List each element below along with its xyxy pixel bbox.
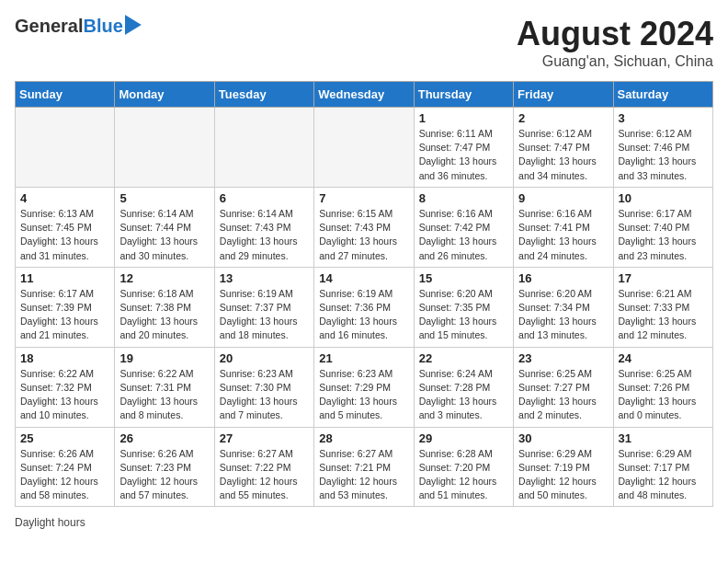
calendar-day-cell: 23Sunrise: 6:25 AM Sunset: 7:27 PM Dayli… — [514, 347, 613, 427]
day-number: 4 — [20, 191, 109, 205]
day-info: Sunrise: 6:23 AM Sunset: 7:29 PM Dayligh… — [319, 367, 408, 423]
day-number: 8 — [419, 191, 508, 205]
day-info: Sunrise: 6:19 AM Sunset: 7:37 PM Dayligh… — [220, 287, 309, 343]
calendar-day-cell: 1Sunrise: 6:11 AM Sunset: 7:47 PM Daylig… — [414, 108, 513, 188]
day-number: 5 — [119, 191, 209, 205]
day-info: Sunrise: 6:22 AM Sunset: 7:32 PM Dayligh… — [20, 367, 109, 423]
calendar-day-cell — [314, 108, 414, 188]
calendar-header-cell: Friday — [514, 82, 613, 108]
day-info: Sunrise: 6:16 AM Sunset: 7:41 PM Dayligh… — [518, 207, 608, 263]
day-number: 1 — [419, 111, 508, 125]
calendar-day-cell: 27Sunrise: 6:27 AM Sunset: 7:22 PM Dayli… — [214, 427, 313, 507]
calendar-day-cell: 11Sunrise: 6:17 AM Sunset: 7:39 PM Dayli… — [16, 267, 115, 347]
calendar-day-cell: 16Sunrise: 6:20 AM Sunset: 7:34 PM Dayli… — [514, 267, 613, 347]
day-number: 29 — [419, 431, 508, 445]
calendar-week-row: 1Sunrise: 6:11 AM Sunset: 7:47 PM Daylig… — [16, 108, 713, 188]
calendar-day-cell: 26Sunrise: 6:26 AM Sunset: 7:23 PM Dayli… — [115, 427, 214, 507]
calendar-header-cell: Thursday — [414, 82, 513, 108]
calendar-day-cell: 10Sunrise: 6:17 AM Sunset: 7:40 PM Dayli… — [613, 187, 712, 267]
day-number: 31 — [619, 431, 708, 445]
footer-text: Daylight hours — [15, 516, 85, 529]
day-number: 23 — [518, 351, 608, 365]
day-info: Sunrise: 6:28 AM Sunset: 7:20 PM Dayligh… — [419, 447, 508, 503]
day-number: 9 — [518, 191, 608, 205]
calendar-week-row: 11Sunrise: 6:17 AM Sunset: 7:39 PM Dayli… — [16, 267, 713, 347]
day-info: Sunrise: 6:27 AM Sunset: 7:22 PM Dayligh… — [220, 447, 309, 503]
day-info: Sunrise: 6:18 AM Sunset: 7:38 PM Dayligh… — [119, 287, 209, 343]
day-number: 14 — [319, 271, 408, 285]
day-info: Sunrise: 6:12 AM Sunset: 7:46 PM Dayligh… — [619, 127, 708, 183]
day-number: 21 — [319, 351, 408, 365]
day-info: Sunrise: 6:24 AM Sunset: 7:28 PM Dayligh… — [419, 367, 508, 423]
calendar-day-cell: 2Sunrise: 6:12 AM Sunset: 7:47 PM Daylig… — [514, 108, 613, 188]
calendar-day-cell: 29Sunrise: 6:28 AM Sunset: 7:20 PM Dayli… — [414, 427, 513, 507]
calendar-day-cell: 22Sunrise: 6:24 AM Sunset: 7:28 PM Dayli… — [414, 347, 513, 427]
day-number: 26 — [119, 431, 209, 445]
day-info: Sunrise: 6:25 AM Sunset: 7:26 PM Dayligh… — [619, 367, 708, 423]
day-info: Sunrise: 6:17 AM Sunset: 7:40 PM Dayligh… — [619, 207, 708, 263]
calendar-header-cell: Sunday — [16, 82, 115, 108]
day-number: 25 — [20, 431, 109, 445]
calendar-day-cell: 31Sunrise: 6:29 AM Sunset: 7:17 PM Dayli… — [613, 427, 712, 507]
day-number: 13 — [220, 271, 309, 285]
day-info: Sunrise: 6:26 AM Sunset: 7:23 PM Dayligh… — [119, 447, 209, 503]
day-number: 16 — [518, 271, 608, 285]
title-block: August 2024 Guang'an, Sichuan, China — [517, 15, 713, 70]
calendar-body: 1Sunrise: 6:11 AM Sunset: 7:47 PM Daylig… — [16, 108, 713, 507]
day-info: Sunrise: 6:12 AM Sunset: 7:47 PM Dayligh… — [518, 127, 608, 183]
day-number: 6 — [220, 191, 309, 205]
day-info: Sunrise: 6:29 AM Sunset: 7:17 PM Dayligh… — [619, 447, 708, 503]
day-info: Sunrise: 6:26 AM Sunset: 7:24 PM Dayligh… — [20, 447, 109, 503]
day-info: Sunrise: 6:19 AM Sunset: 7:36 PM Dayligh… — [319, 287, 408, 343]
calendar-header-cell: Wednesday — [314, 82, 414, 108]
calendar-day-cell: 7Sunrise: 6:15 AM Sunset: 7:43 PM Daylig… — [314, 187, 414, 267]
calendar-day-cell: 17Sunrise: 6:21 AM Sunset: 7:33 PM Dayli… — [613, 267, 712, 347]
calendar-day-cell: 21Sunrise: 6:23 AM Sunset: 7:29 PM Dayli… — [314, 347, 414, 427]
calendar-day-cell: 24Sunrise: 6:25 AM Sunset: 7:26 PM Dayli… — [613, 347, 712, 427]
day-info: Sunrise: 6:21 AM Sunset: 7:33 PM Dayligh… — [619, 287, 708, 343]
day-number: 11 — [20, 271, 109, 285]
calendar-day-cell: 28Sunrise: 6:27 AM Sunset: 7:21 PM Dayli… — [314, 427, 414, 507]
calendar-day-cell — [214, 108, 313, 188]
calendar-header-cell: Monday — [115, 82, 214, 108]
footer: Daylight hours — [15, 516, 713, 529]
day-info: Sunrise: 6:20 AM Sunset: 7:35 PM Dayligh… — [419, 287, 508, 343]
day-info: Sunrise: 6:27 AM Sunset: 7:21 PM Dayligh… — [319, 447, 408, 503]
day-info: Sunrise: 6:15 AM Sunset: 7:43 PM Dayligh… — [319, 207, 408, 263]
calendar-header: SundayMondayTuesdayWednesdayThursdayFrid… — [16, 82, 713, 108]
calendar-table: SundayMondayTuesdayWednesdayThursdayFrid… — [15, 81, 713, 507]
day-number: 10 — [619, 191, 708, 205]
calendar-day-cell: 9Sunrise: 6:16 AM Sunset: 7:41 PM Daylig… — [514, 187, 613, 267]
day-number: 7 — [319, 191, 408, 205]
calendar-day-cell — [115, 108, 214, 188]
day-number: 20 — [220, 351, 309, 365]
day-number: 12 — [119, 271, 209, 285]
calendar-header-cell: Saturday — [613, 82, 712, 108]
logo-flag-icon — [125, 15, 142, 35]
calendar-day-cell: 15Sunrise: 6:20 AM Sunset: 7:35 PM Dayli… — [414, 267, 513, 347]
day-number: 28 — [319, 431, 408, 445]
day-number: 17 — [619, 271, 708, 285]
calendar-day-cell: 8Sunrise: 6:16 AM Sunset: 7:42 PM Daylig… — [414, 187, 513, 267]
day-number: 18 — [20, 351, 109, 365]
day-number: 22 — [419, 351, 508, 365]
day-info: Sunrise: 6:16 AM Sunset: 7:42 PM Dayligh… — [419, 207, 508, 263]
calendar-day-cell: 25Sunrise: 6:26 AM Sunset: 7:24 PM Dayli… — [16, 427, 115, 507]
page-subtitle: Guang'an, Sichuan, China — [517, 53, 713, 70]
calendar-day-cell: 6Sunrise: 6:14 AM Sunset: 7:43 PM Daylig… — [214, 187, 313, 267]
day-number: 24 — [619, 351, 708, 365]
calendar-day-cell: 30Sunrise: 6:29 AM Sunset: 7:19 PM Dayli… — [514, 427, 613, 507]
page-title: August 2024 — [517, 15, 713, 53]
day-info: Sunrise: 6:22 AM Sunset: 7:31 PM Dayligh… — [119, 367, 209, 423]
calendar-day-cell: 19Sunrise: 6:22 AM Sunset: 7:31 PM Dayli… — [115, 347, 214, 427]
calendar-day-cell — [16, 108, 115, 188]
day-number: 3 — [619, 111, 708, 125]
calendar-week-row: 4Sunrise: 6:13 AM Sunset: 7:45 PM Daylig… — [16, 187, 713, 267]
calendar-day-cell: 13Sunrise: 6:19 AM Sunset: 7:37 PM Dayli… — [214, 267, 313, 347]
calendar-week-row: 25Sunrise: 6:26 AM Sunset: 7:24 PM Dayli… — [16, 427, 713, 507]
logo: GeneralBlue — [15, 15, 142, 37]
day-info: Sunrise: 6:23 AM Sunset: 7:30 PM Dayligh… — [220, 367, 309, 423]
calendar-day-cell: 3Sunrise: 6:12 AM Sunset: 7:46 PM Daylig… — [613, 108, 712, 188]
day-number: 2 — [518, 111, 608, 125]
calendar-day-cell: 14Sunrise: 6:19 AM Sunset: 7:36 PM Dayli… — [314, 267, 414, 347]
